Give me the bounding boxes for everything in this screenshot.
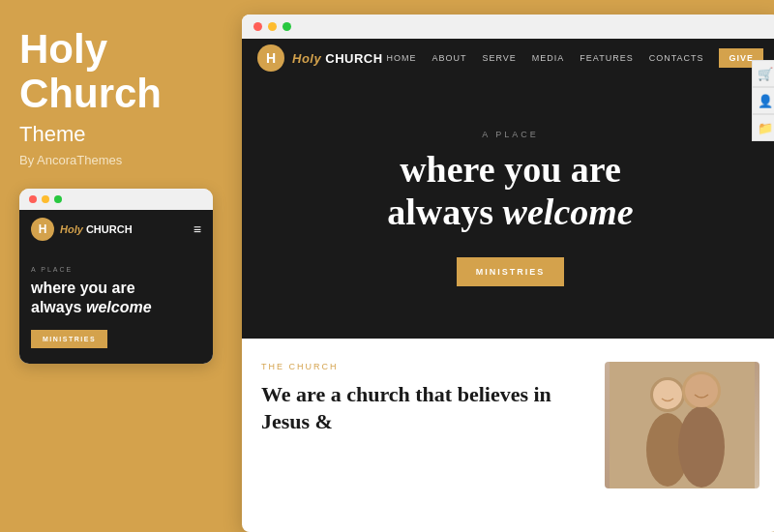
mobile-ministries-button[interactable]: MINISTRIES [31,330,107,348]
desktop-dot-red [253,22,262,31]
mobile-preview: H Holy CHURCH ≡ A PLACE where you arealw… [19,189,213,363]
title-line1: Holy [19,26,107,72]
svg-point-5 [653,380,682,409]
mobile-hero: A PLACE where you arealways welcome MINI… [19,249,213,363]
desktop-dot-green [283,22,291,31]
desktop-nav-links: HOME ABOUT SERVE MEDIA FEATURES CONTACTS… [386,48,763,68]
desktop-headline: where you arealways welcome [387,149,633,233]
desktop-cart-icon[interactable]: 🛒 [752,60,774,87]
desktop-content-section: THE CHURCH We are a church that believes… [242,339,774,508]
couple-image [605,362,759,488]
title-line2: Church [19,71,162,116]
desktop-right-icons: 🛒 👤 📁 [752,60,774,141]
desktop-dot-yellow [268,22,277,31]
section-label: THE CHURCH [261,362,585,371]
desktop-content-left: THE CHURCH We are a church that believes… [261,362,585,488]
desktop-content-image [605,362,759,488]
content-heading: We are a church that believes in Jesus & [261,381,585,434]
desktop-ministries-button[interactable]: MINISTRIES [457,257,565,286]
theme-title: Holy Church [19,27,213,116]
dot-green [54,195,62,203]
desktop-a-place: A PLACE [482,130,539,139]
mobile-logo-text: Holy CHURCH [60,223,133,235]
mobile-nav: H Holy CHURCH ≡ [19,210,213,249]
desktop-folder-icon[interactable]: 📁 [752,114,774,141]
desktop-user-icon[interactable]: 👤 [752,87,774,114]
theme-by: By AncoraThemes [19,153,213,167]
left-panel: Holy Church Theme By AncoraThemes H Holy… [0,0,232,532]
dot-yellow [42,195,49,203]
mobile-headline: where you arealways welcome [31,279,201,315]
mobile-window-bar [19,189,213,210]
desktop-logo-icon: H [257,44,284,72]
theme-subtitle: Theme [19,122,213,147]
dot-red [29,195,37,203]
desktop-preview: H Holy CHURCH HOME ABOUT SERVE MEDIA FEA… [242,15,774,532]
desktop-hero: A PLACE where you arealways welcome MINI… [242,77,774,339]
nav-about[interactable]: ABOUT [432,53,466,63]
desktop-logo-text: Holy CHURCH [292,51,383,66]
nav-contacts[interactable]: CONTACTS [649,53,704,63]
nav-serve[interactable]: SERVE [482,53,516,63]
nav-media[interactable]: MEDIA [532,53,565,63]
mobile-logo: H Holy CHURCH [31,218,133,241]
svg-point-6 [685,374,718,407]
nav-home[interactable]: HOME [386,53,416,63]
mobile-logo-icon: H [31,218,54,241]
desktop-nav: H Holy CHURCH HOME ABOUT SERVE MEDIA FEA… [242,39,774,77]
desktop-logo: H Holy CHURCH [257,44,383,72]
mobile-a-place: A PLACE [31,266,201,273]
svg-point-4 [678,406,725,488]
hamburger-icon[interactable]: ≡ [194,222,201,236]
desktop-window-bar [242,15,774,39]
nav-features[interactable]: FEATURES [580,53,633,63]
